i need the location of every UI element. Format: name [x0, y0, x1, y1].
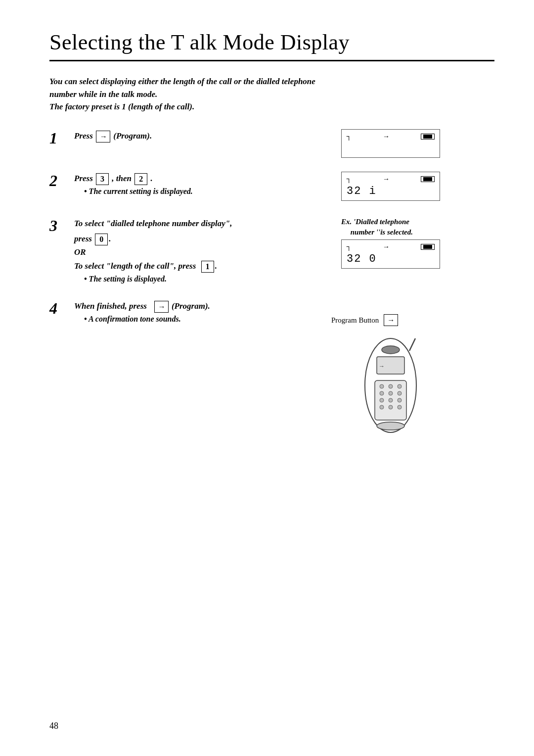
lcd-step2: ┐ → 32 i [341, 172, 440, 201]
arrow-icon-3: → [383, 243, 390, 251]
intro-line1: You can select displaying either the len… [49, 77, 315, 99]
step-3-display: Ex. 'Dialled telephone number ''is selec… [341, 217, 440, 269]
intro-line2: The factory preset is 1 (length of the c… [49, 102, 194, 111]
step-2-content: Press 3 , then 2 . The current setting i… [74, 172, 321, 196]
step-1-instruction: Press → (Program). [74, 129, 321, 142]
svg-point-14 [389, 405, 393, 409]
program-button-label-row: Program Button → [331, 314, 399, 326]
step-2-note: The current setting is displayed. [84, 187, 321, 196]
svg-point-7 [380, 391, 384, 395]
step-3-instruction-a: To select "dialled telephone number disp… [74, 217, 321, 230]
page-title: Selecting the T alk Mode Display [49, 30, 494, 61]
arrow-icon: → [383, 133, 390, 141]
svg-point-6 [398, 384, 401, 388]
lcd-step2-top: ┐ → [347, 175, 435, 183]
antenna-icon: ┐ [347, 133, 352, 141]
page-number: 48 [49, 721, 58, 731]
lcd-step1-top: ┐ → [347, 133, 435, 141]
ex-label: Ex. 'Dialled telephone number ''is selec… [341, 217, 413, 237]
step-2-instruction: Press 3 , then 2 . [74, 172, 321, 185]
program-button-icon-2: → [154, 301, 169, 313]
svg-point-9 [398, 391, 401, 395]
lcd-step2-content: 32 i [347, 185, 435, 197]
step-1-content: Press → (Program). [74, 129, 321, 144]
key-0: 0 [95, 234, 108, 245]
step-3-instruction-c: To select "length of the call", press 1. [74, 259, 321, 273]
phone-illustration-area: Program Button → [331, 314, 430, 442]
step-2-number: 2 [49, 172, 74, 190]
step-2-row: 2 Press 3 , then 2 . The current setting… [49, 172, 494, 201]
step-1-number: 1 [49, 129, 74, 147]
key-1: 1 [201, 261, 214, 273]
svg-line-17 [409, 338, 415, 351]
lcd-step1: ┐ → [341, 129, 440, 158]
key-2: 2 [134, 173, 147, 185]
arrow-icon-2: → [383, 175, 390, 183]
program-button-icon: → [96, 131, 110, 142]
key-3: 3 [96, 173, 109, 185]
battery-icon-3 [421, 244, 435, 250]
svg-text:→: → [379, 363, 385, 370]
step-4-number: 4 [49, 299, 74, 318]
step-4-row: 4 When finished, press → (Program). A co… [49, 299, 494, 442]
svg-point-10 [380, 398, 384, 402]
antenna-icon-2: ┐ [347, 175, 352, 183]
page: Selecting the T alk Mode Display You can… [0, 0, 534, 756]
lcd-step3-content: 32 0 [347, 253, 435, 265]
svg-point-12 [398, 398, 401, 402]
svg-point-16 [377, 422, 404, 430]
program-button-label-icon: → [384, 314, 398, 326]
step-3-number: 3 [49, 217, 74, 235]
step-2-display: ┐ → 32 i [341, 172, 440, 201]
step-4-note: A confirmation tone sounds. [84, 315, 321, 324]
step-1-display: ┐ → [341, 129, 440, 158]
step-1-row: 1 Press → (Program). ┐ → [49, 129, 494, 158]
svg-point-4 [380, 384, 384, 388]
lcd-step3: ┐ → 32 0 [341, 239, 440, 269]
lcd-step3-top: ┐ → [347, 243, 435, 251]
svg-point-1 [382, 346, 400, 354]
step-4-instruction: When finished, press → (Program). [74, 299, 321, 313]
svg-point-13 [380, 405, 384, 409]
battery-icon-2 [421, 176, 435, 182]
svg-point-15 [398, 405, 401, 409]
battery-icon [421, 134, 435, 140]
step-3-note: The setting is displayed. [84, 275, 321, 284]
svg-point-11 [389, 398, 393, 402]
step-3-content: To select "dialled telephone number disp… [74, 217, 321, 284]
step-3-row: 3 To select "dialled telephone number di… [49, 217, 494, 284]
step-3-instruction-b: press 0. [74, 232, 321, 245]
program-button-label: Program Button [331, 316, 379, 325]
phone-image: → [351, 331, 430, 442]
step-3-or: OR [74, 247, 321, 257]
svg-point-5 [389, 384, 393, 388]
antenna-icon-3: ┐ [347, 243, 352, 251]
intro-text: You can select displaying either the len… [49, 75, 326, 113]
step-4-content: When finished, press → (Program). A conf… [74, 299, 321, 324]
phone-svg: → [351, 331, 430, 440]
svg-point-8 [389, 391, 393, 395]
